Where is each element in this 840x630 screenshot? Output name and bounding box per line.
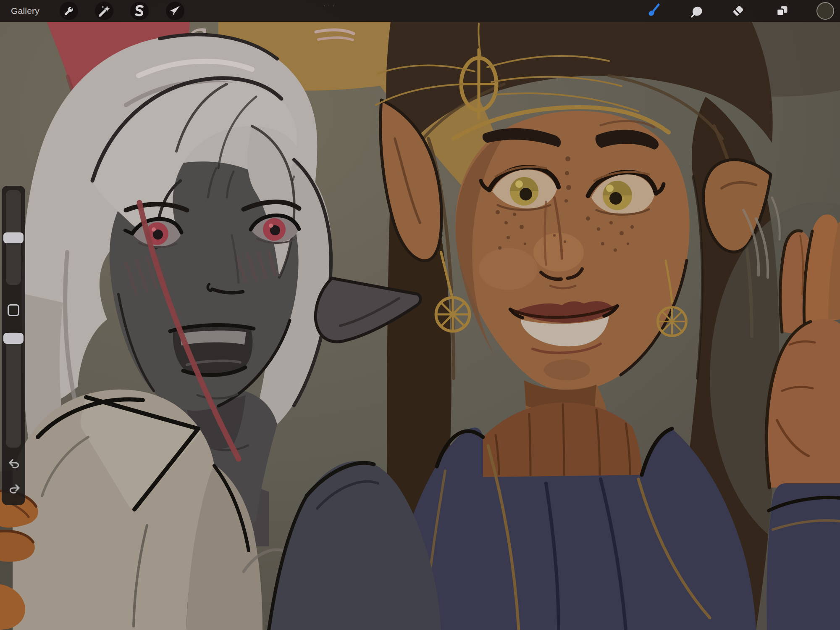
erase-tool-button[interactable] (729, 2, 748, 20)
eraser-icon (729, 2, 748, 20)
adjustments-button[interactable] (95, 2, 113, 20)
screen-dim-overlay (0, 0, 840, 630)
undo-button[interactable] (9, 458, 20, 469)
layers-icon (772, 2, 791, 20)
magic-wand-icon (95, 2, 113, 20)
paint-brush-icon (644, 2, 662, 20)
painting-canvas[interactable]: yes (0, 0, 840, 630)
transform-arrow-icon (166, 2, 184, 20)
actions-button[interactable] (60, 2, 78, 20)
procreate-app: yes (0, 0, 840, 630)
smudge-tool-button[interactable] (688, 2, 706, 20)
brush-sidebar (2, 186, 25, 505)
brush-opacity-handle[interactable] (3, 333, 24, 344)
color-swatch (816, 2, 835, 20)
brush-size-handle[interactable] (3, 232, 24, 243)
gallery-button[interactable]: Gallery (11, 0, 39, 22)
color-swatch-button[interactable] (816, 2, 835, 20)
undo-arrow-icon (9, 458, 20, 469)
selection-button[interactable] (130, 2, 149, 20)
modify-button[interactable] (8, 304, 19, 316)
redo-button[interactable] (9, 483, 20, 494)
paint-tool-button[interactable] (644, 2, 662, 20)
redo-arrow-icon (9, 483, 20, 494)
smudge-finger-icon (688, 2, 706, 20)
layers-button[interactable] (772, 2, 791, 20)
brush-opacity-slider[interactable] (6, 332, 21, 448)
wrench-icon (60, 2, 78, 20)
transform-button[interactable] (166, 2, 184, 20)
top-toolbar: Gallery ··· (0, 0, 840, 22)
selection-s-icon (130, 2, 149, 20)
toolbar-drag-handle[interactable]: ··· (317, 0, 342, 11)
